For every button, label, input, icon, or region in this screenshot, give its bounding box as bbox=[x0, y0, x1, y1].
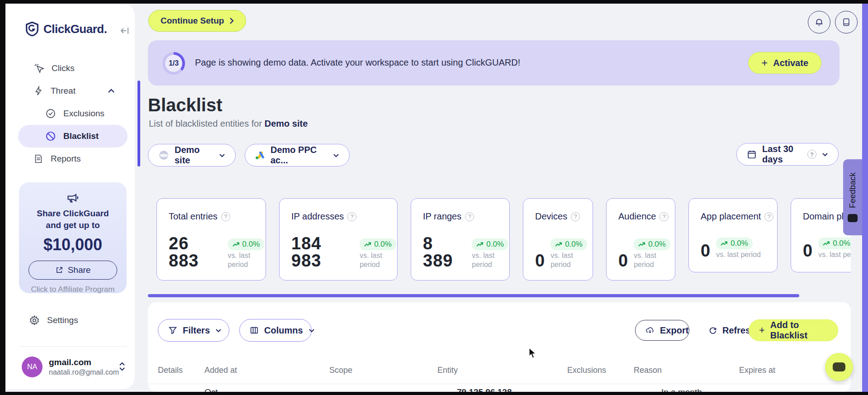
help-icon[interactable]: ? bbox=[465, 212, 474, 221]
promo-text: Share ClickGuard and get up to bbox=[19, 208, 127, 231]
columns-button-label: Columns bbox=[264, 325, 303, 336]
calendar-icon bbox=[747, 149, 757, 159]
promo-amount: $10,000 bbox=[19, 235, 127, 254]
stat-change: 0.0% bbox=[833, 239, 850, 248]
window-frame-bottom bbox=[0, 392, 868, 395]
chevron-down-icon bbox=[219, 153, 225, 157]
promo-footer-link[interactable]: Click to Affiliate Program bbox=[19, 285, 127, 294]
continue-setup-button[interactable]: Continue Setup bbox=[148, 10, 246, 32]
demo-data-banner: 1/3 Page is showing demo data. Activate … bbox=[148, 40, 840, 86]
feedback-tab[interactable]: Feedback bbox=[843, 159, 862, 235]
blacklist-table-panel: Filters Columns Export bbox=[148, 302, 851, 392]
banner-message: Page is showing demo data. Activate your… bbox=[195, 57, 520, 68]
page-vertical-scrollbar[interactable] bbox=[862, 4, 868, 392]
column-header-reason[interactable]: Reason bbox=[634, 366, 662, 375]
stat-change: 0.0% bbox=[565, 240, 583, 249]
stat-vs-label: vs. last period bbox=[716, 250, 761, 259]
export-button[interactable]: Export bbox=[635, 320, 689, 341]
sidebar-item-label: Clicks bbox=[52, 63, 75, 73]
subtitle-prefix: List of blacklisted entities for bbox=[149, 119, 262, 128]
column-header-entity[interactable]: Entity bbox=[437, 366, 458, 375]
stat-value: 26 883 bbox=[169, 235, 223, 269]
stat-label: IP addresses bbox=[291, 211, 344, 222]
export-button-label: Export bbox=[660, 325, 688, 336]
refresh-button[interactable]: Refresh bbox=[699, 319, 749, 342]
bell-icon bbox=[814, 17, 824, 28]
sidebar-item-exclusions[interactable]: Exclusions bbox=[5, 102, 135, 125]
filter-icon bbox=[168, 326, 177, 335]
stat-vs-label: vs. last period bbox=[228, 251, 266, 269]
help-icon[interactable]: ? bbox=[571, 212, 580, 221]
stat-change: 0.0% bbox=[242, 240, 260, 249]
filters-button[interactable]: Filters bbox=[158, 319, 229, 342]
docs-button[interactable] bbox=[835, 11, 858, 33]
columns-icon bbox=[250, 326, 259, 335]
notifications-button[interactable] bbox=[808, 11, 830, 33]
ppc-account-value: Demo PPC ac... bbox=[270, 145, 327, 166]
sidebar-item-label: Reports bbox=[51, 154, 81, 164]
help-icon[interactable]: ? bbox=[764, 212, 773, 221]
sidebar-item-label: Exclusions bbox=[63, 109, 104, 119]
chevron-down-icon bbox=[215, 328, 222, 333]
sidebar-item-reports[interactable]: Reports bbox=[5, 148, 135, 170]
help-icon[interactable]: ? bbox=[221, 212, 230, 221]
sidebar-item-threat[interactable]: Threat bbox=[5, 80, 135, 102]
stat-label: Audience bbox=[618, 211, 656, 222]
column-header-expires-at[interactable]: Expires at bbox=[739, 366, 775, 375]
ppc-account-selector[interactable]: Demo PPC ac... bbox=[245, 144, 350, 167]
trend-up-icon bbox=[555, 242, 562, 247]
collapse-sidebar-icon[interactable] bbox=[119, 25, 130, 36]
stat-vs-label: vs. last period bbox=[550, 251, 589, 269]
shield-logo-icon bbox=[25, 22, 39, 36]
stat-vs-label: vs. last period bbox=[818, 250, 851, 259]
google-ads-icon bbox=[255, 151, 265, 160]
add-to-blacklist-button[interactable]: + Add to Blacklist bbox=[749, 319, 838, 341]
feedback-chat-icon bbox=[848, 214, 858, 222]
chevron-up-icon[interactable] bbox=[108, 89, 115, 93]
sidebar-item-clicks[interactable]: Clicks bbox=[5, 57, 135, 80]
sidebar-item-label: Settings bbox=[47, 315, 78, 325]
page-title: Blacklist bbox=[148, 95, 223, 115]
stat-card-total-entries: Total entries? 26 883 0.0% vs. last peri… bbox=[157, 198, 266, 281]
help-icon[interactable]: ? bbox=[347, 212, 356, 221]
help-icon[interactable]: ? bbox=[807, 150, 816, 159]
account-switcher[interactable]: NA gmail.com naatali.ro@gmail.com bbox=[22, 357, 126, 377]
affiliate-promo-card[interactable]: Share ClickGuard and get up to $10,000 S… bbox=[19, 182, 127, 293]
site-selector[interactable]: Demo site bbox=[148, 144, 236, 167]
stat-card-devices: Devices? 0 0.0% vs. last period bbox=[523, 198, 593, 281]
date-range-selector[interactable]: Last 30 days ? bbox=[736, 143, 839, 166]
stat-card-domain-placement: Domain placement? 0 0.0% vs. last period bbox=[791, 198, 851, 272]
plus-icon: + bbox=[761, 57, 768, 69]
stat-vs-label: vs. last period bbox=[472, 251, 509, 269]
trend-up-icon bbox=[476, 242, 484, 247]
cursor-click-icon bbox=[33, 63, 44, 74]
site-selector-value: Demo site bbox=[175, 145, 213, 166]
stat-change: 0.0% bbox=[730, 239, 748, 248]
window-frame-top bbox=[0, 0, 868, 4]
sidebar-item-blacklist[interactable]: Blacklist bbox=[18, 125, 128, 148]
sidebar-item-label: Blacklist bbox=[63, 131, 99, 141]
trend-up-icon bbox=[364, 242, 371, 247]
sidebar-scrollbar[interactable] bbox=[138, 81, 140, 167]
sidebar-item-settings[interactable]: Settings bbox=[29, 315, 78, 326]
stat-vs-label: vs. last period bbox=[360, 251, 397, 269]
trend-up-icon bbox=[638, 242, 645, 247]
columns-button[interactable]: Columns bbox=[239, 319, 312, 342]
column-header-added-at[interactable]: Added at bbox=[204, 366, 237, 375]
column-header-details[interactable]: Details bbox=[158, 366, 183, 375]
share-button[interactable]: Share bbox=[28, 261, 117, 280]
stat-value: 0 bbox=[618, 252, 628, 269]
cards-horizontal-scrollbar[interactable] bbox=[148, 294, 799, 297]
chat-launcher-button[interactable] bbox=[825, 353, 853, 381]
setup-progress-label: 1/3 bbox=[165, 55, 182, 72]
chevron-up-down-icon bbox=[119, 361, 126, 372]
cloud-download-icon bbox=[645, 326, 655, 334]
activate-button[interactable]: + Activate bbox=[748, 52, 821, 74]
stat-label: App placement bbox=[701, 211, 761, 222]
help-icon[interactable]: ? bbox=[659, 212, 669, 221]
column-header-exclusions[interactable]: Exclusions bbox=[567, 366, 606, 375]
column-header-scope[interactable]: Scope bbox=[329, 366, 352, 375]
megaphone-icon bbox=[19, 191, 127, 204]
stat-card-ip-ranges: IP ranges? 8 389 0.0% vs. last period bbox=[411, 198, 510, 281]
brand-logo[interactable]: ClickGuard. bbox=[25, 22, 107, 36]
